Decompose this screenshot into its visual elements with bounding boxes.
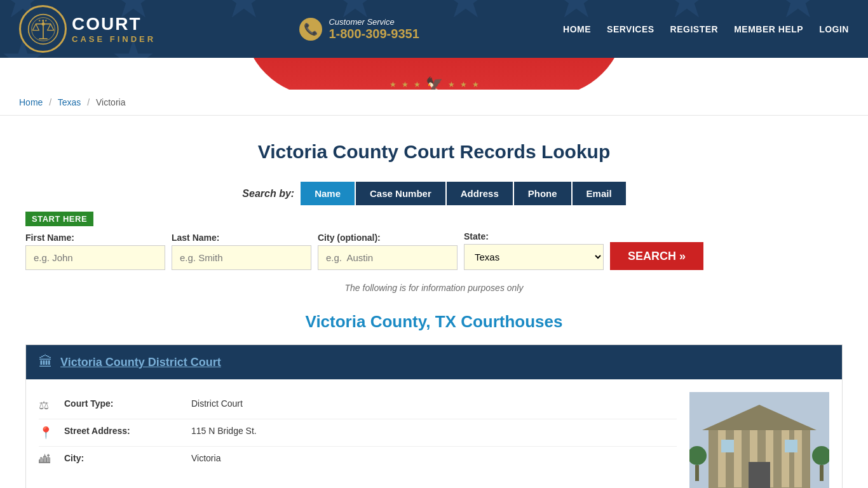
courthouse-details: ⚖ Court Type: District Court 📍 Street Ad…	[39, 392, 677, 488]
svg-rect-10	[718, 430, 726, 487]
courthouse-image	[689, 392, 829, 488]
search-by-label: Search by:	[242, 188, 294, 200]
state-field: State: AlabamaAlaskaArizonaArkansasCalif…	[464, 231, 604, 270]
last-name-field: Last Name:	[172, 233, 311, 270]
courthouse-icon: 🏛	[39, 354, 53, 370]
tab-case-number[interactable]: Case Number	[356, 182, 445, 205]
logo-case-finder-label: CASE FINDER	[72, 34, 156, 44]
nav-login[interactable]: LOGIN	[819, 24, 849, 34]
main-content: Victoria County Court Records Lookup Sea…	[0, 116, 868, 488]
eagle-stars: ★ ★ ★ 🦅 ★ ★ ★	[390, 76, 479, 90]
first-name-input[interactable]	[25, 245, 165, 270]
site-header: ★ ★ ★ ★ ★ ★ ★ ★ ★ ★ ★ ★ ★ COURT CASE FIN…	[0, 0, 868, 58]
svg-rect-15	[794, 430, 802, 487]
svg-text:★ ★ ★: ★ ★ ★	[37, 18, 48, 22]
street-icon: 📍	[39, 426, 58, 440]
breadcrumb-home[interactable]: Home	[19, 97, 43, 107]
nav-member-help[interactable]: MEMBER HELP	[734, 24, 803, 34]
breadcrumb-state[interactable]: Texas	[58, 97, 81, 107]
page-title: Victoria County Court Records Lookup	[25, 141, 843, 163]
svg-rect-18	[785, 440, 797, 452]
logo-circle: ★ ★ ★	[19, 5, 67, 53]
city-input[interactable]	[318, 245, 458, 270]
detail-city: 🏙 City: Victoria	[39, 447, 677, 473]
nav-register[interactable]: REGISTER	[670, 24, 719, 34]
courthouses-title: Victoria County, TX Courthouses	[25, 312, 843, 332]
courthouse-building-svg	[689, 392, 829, 488]
detail-court-type: ⚖ Court Type: District Court	[39, 392, 677, 419]
svg-point-4	[41, 22, 44, 25]
detail-street: 📍 Street Address: 115 N Bridge St.	[39, 419, 677, 447]
arch-inner: ★ ★ ★ 🦅 ★ ★ ★	[243, 58, 625, 90]
tab-phone[interactable]: Phone	[514, 182, 571, 205]
first-name-field: First Name:	[25, 233, 165, 270]
courthouse-name-link[interactable]: Victoria County District Court	[60, 356, 221, 369]
breadcrumb-sep-2: /	[87, 97, 90, 107]
main-nav: HOME SERVICES REGISTER MEMBER HELP LOGIN	[563, 24, 849, 34]
city-field: City (optional):	[318, 233, 458, 270]
logo-area: ★ ★ ★ COURT CASE FINDER	[19, 5, 156, 53]
eagle-icon: 🦅	[426, 76, 443, 90]
phone-icon: 📞	[299, 18, 322, 41]
star-right-1: ★	[448, 80, 455, 89]
svg-rect-17	[721, 440, 734, 452]
search-form: First Name: Last Name: City (optional): …	[25, 231, 843, 270]
search-button[interactable]: SEARCH »	[610, 242, 703, 270]
svg-rect-14	[782, 430, 789, 487]
tab-name[interactable]: Name	[301, 182, 355, 205]
arch-banner: ★ ★ ★ 🦅 ★ ★ ★	[0, 58, 868, 90]
city-label: City (optional):	[318, 233, 458, 243]
first-name-label: First Name:	[25, 233, 165, 243]
tab-address[interactable]: Address	[447, 182, 513, 205]
svg-rect-11	[734, 430, 742, 487]
star-right-3: ★	[472, 80, 479, 89]
logo-text: COURT CASE FINDER	[72, 14, 156, 44]
svg-rect-23	[695, 465, 699, 481]
last-name-label: Last Name:	[172, 233, 311, 243]
city-icon: 🏙	[39, 453, 58, 466]
tab-email[interactable]: Email	[573, 182, 626, 205]
city-detail-value: Victoria	[191, 453, 220, 463]
svg-rect-24	[820, 465, 824, 481]
cs-label: Customer Service	[329, 17, 419, 27]
courthouse-header: 🏛 Victoria County District Court	[26, 345, 842, 379]
cs-text: Customer Service 1-800-309-9351	[329, 17, 419, 41]
court-type-icon: ⚖	[39, 398, 58, 412]
state-select[interactable]: AlabamaAlaskaArizonaArkansasCaliforniaCo…	[464, 244, 604, 270]
star-left-3: ★	[414, 80, 421, 89]
svg-rect-16	[749, 462, 770, 488]
star-left-2: ★	[402, 80, 409, 89]
star-left-1: ★	[390, 80, 397, 89]
street-label: Street Address:	[64, 426, 191, 436]
nav-home[interactable]: HOME	[563, 24, 591, 34]
court-type-value: District Court	[191, 398, 243, 409]
cs-number: 1-800-309-9351	[329, 27, 419, 41]
breadcrumb-sep-1: /	[49, 97, 51, 107]
form-container: START HERE First Name: Last Name: City (…	[25, 212, 843, 270]
search-by-row: Search by: Name Case Number Address Phon…	[25, 182, 843, 205]
courthouse-body: ⚖ Court Type: District Court 📍 Street Ad…	[26, 379, 842, 488]
state-label: State:	[464, 231, 604, 241]
star-right-2: ★	[460, 80, 467, 89]
nav-services[interactable]: SERVICES	[607, 24, 654, 34]
breadcrumb-county: Victoria	[96, 97, 125, 107]
last-name-input[interactable]	[172, 245, 311, 270]
courthouse-card: 🏛 Victoria County District Court ⚖ Court…	[25, 344, 843, 488]
customer-service-area: 📞 Customer Service 1-800-309-9351	[299, 17, 419, 41]
street-value: 115 N Bridge St.	[191, 426, 257, 436]
city-detail-label: City:	[64, 453, 191, 463]
start-here-badge: START HERE	[25, 212, 93, 226]
breadcrumb: Home / Texas / Victoria	[0, 90, 868, 116]
info-text: The following is for information purpose…	[25, 283, 843, 293]
court-type-label: Court Type:	[64, 398, 191, 409]
logo-court-label: COURT	[72, 14, 156, 34]
